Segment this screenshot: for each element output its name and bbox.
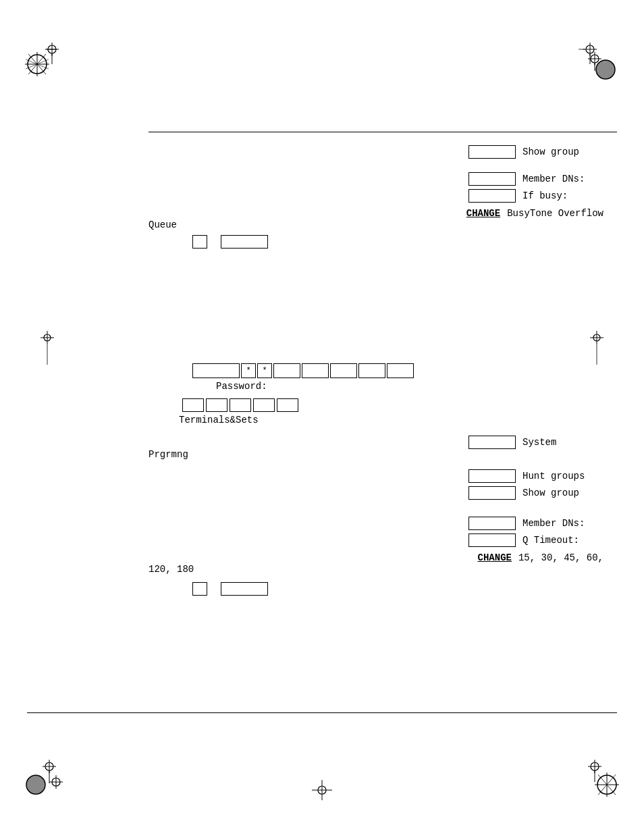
- hunt-groups-label: Hunt groups: [522, 471, 603, 481]
- prgrmng-label: Prgrmng: [149, 449, 188, 460]
- change-busytone-row: CHANGE BusyTone Overflow: [149, 208, 603, 219]
- member-dns-field-1: [468, 172, 516, 186]
- pw-box-4: [358, 363, 385, 378]
- system-field: [468, 436, 516, 449]
- queue-row-1: [192, 235, 268, 249]
- show-group-label-1: Show group: [522, 147, 603, 157]
- q-timeout-row: Q Timeout:: [149, 533, 603, 547]
- svg-point-17: [596, 60, 615, 79]
- pw-box-5: [387, 363, 414, 378]
- if-busy-field: [468, 189, 516, 203]
- password-input-row: * *: [192, 363, 414, 378]
- timeout-values-label: 15, 30, 45, 60,: [518, 552, 603, 563]
- password-field-main[interactable]: [192, 363, 240, 378]
- center-bottom-mark: [312, 780, 332, 800]
- if-busy-row: If busy:: [149, 189, 603, 203]
- term-box-2: [206, 398, 227, 412]
- pw-box-1: [273, 363, 300, 378]
- if-busy-label: If busy:: [522, 190, 603, 201]
- show-group-label-2: Show group: [522, 488, 603, 498]
- pw-box-3: [330, 363, 357, 378]
- show-group-row-2: Show group: [149, 486, 603, 500]
- member-dns-field-2: [468, 517, 516, 530]
- right-mid-mark-top: [587, 331, 607, 365]
- terminals-boxes-row: [182, 398, 298, 412]
- timeout-values2: 120, 180: [149, 564, 194, 575]
- star-box-2: *: [257, 363, 272, 378]
- password-label: Password:: [216, 381, 267, 392]
- queue-label-1: Queue: [149, 219, 177, 230]
- system-label: System: [522, 437, 603, 448]
- corner-mark-top-right: [566, 37, 620, 84]
- member-dns-row-2: Member DNs:: [149, 517, 603, 530]
- star-box-1: *: [241, 363, 256, 378]
- busytone-overflow-label: BusyTone Overflow: [507, 208, 603, 219]
- system-row: System: [149, 436, 603, 449]
- queue-field-1: [221, 235, 268, 249]
- show-group-field-1: [468, 145, 516, 159]
- terminals-sets-label: Terminals&Sets: [179, 415, 259, 425]
- top-rule: [149, 132, 617, 132]
- change-timeout-row: CHANGE 15, 30, 45, 60,: [149, 552, 603, 563]
- q-timeout-label: Q Timeout:: [522, 535, 603, 546]
- queue-checkbox-2[interactable]: [192, 582, 207, 596]
- corner-mark-bottom-right: [566, 750, 620, 797]
- show-group-row-1: Show group: [149, 145, 603, 159]
- svg-point-26: [26, 775, 45, 794]
- corner-mark-top-left: [24, 37, 71, 84]
- bottom-rule: [27, 712, 617, 713]
- term-box-5: [277, 398, 298, 412]
- hunt-groups-field: [468, 469, 516, 483]
- show-group-field-2: [468, 486, 516, 500]
- member-dns-label-2: Member DNs:: [522, 518, 603, 529]
- queue-field-2: [221, 582, 268, 596]
- corner-mark-bottom-left: [24, 750, 78, 797]
- term-box-4: [253, 398, 275, 412]
- term-box-3: [230, 398, 251, 412]
- change-button-2[interactable]: CHANGE: [478, 552, 512, 563]
- pw-box-2: [302, 363, 329, 378]
- hunt-groups-row: Hunt groups: [149, 469, 603, 483]
- term-box-1: [182, 398, 204, 412]
- change-button-1[interactable]: CHANGE: [466, 208, 500, 219]
- q-timeout-field: [468, 533, 516, 547]
- queue-row-2: [192, 582, 268, 596]
- left-mid-mark-top: [37, 331, 57, 365]
- member-dns-row-1: Member DNs:: [149, 172, 603, 186]
- queue-checkbox-1[interactable]: [192, 235, 207, 249]
- member-dns-label-1: Member DNs:: [522, 174, 603, 184]
